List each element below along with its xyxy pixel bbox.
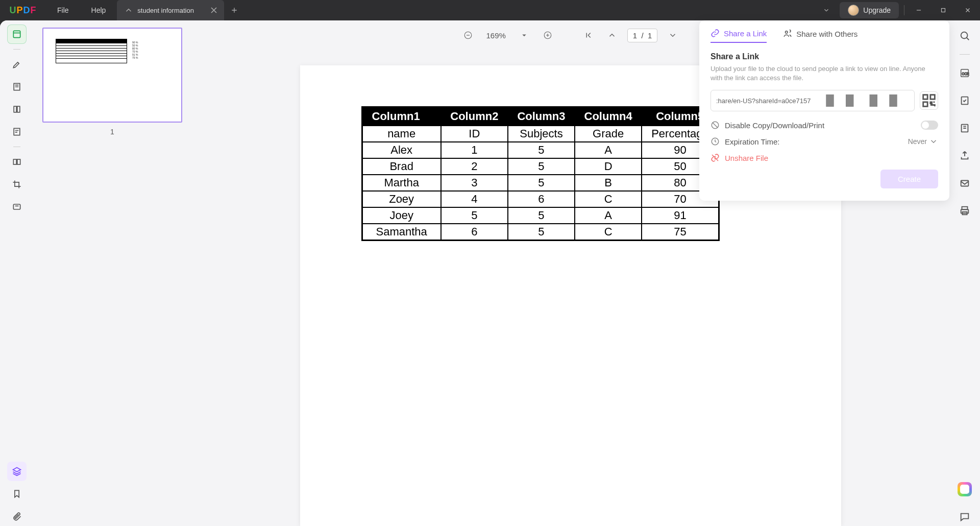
table-cell: Samantha [362, 224, 441, 241]
tool-pages[interactable] [7, 100, 27, 119]
svg-rect-15 [930, 95, 935, 100]
close-tab-icon[interactable] [209, 5, 219, 15]
tabs-dropdown[interactable] [816, 0, 837, 20]
table-cell: C [575, 224, 642, 241]
svg-rect-0 [942, 9, 945, 12]
tool-redact[interactable] [7, 197, 27, 217]
copy-icon[interactable] [814, 94, 909, 107]
svg-point-11 [786, 31, 788, 34]
table-cell: 5 [508, 224, 575, 241]
tool-form[interactable] [7, 122, 27, 141]
first-page-button[interactable] [580, 27, 597, 43]
zoom-in-button[interactable] [540, 27, 556, 43]
col-header: Column2 [441, 107, 508, 126]
disable-icon [710, 121, 720, 130]
zoom-out-button[interactable] [460, 27, 476, 43]
table-row: Joey55A91 [362, 207, 719, 224]
page-current: 1 [633, 31, 637, 40]
thumbnail-number: 1 [42, 128, 182, 136]
disable-copy-label: Disable Copy/Download/Print [725, 121, 916, 130]
compress-button[interactable] [955, 119, 974, 137]
share-url-text: :hare/en-US?shareId=a0ce7157-0909-4166-b… [716, 97, 811, 105]
export-button[interactable] [955, 147, 974, 165]
table-cell: 5 [508, 142, 575, 158]
tool-highlight[interactable] [7, 55, 27, 74]
qr-code-button[interactable] [920, 91, 938, 110]
student-table: Column1 Column2 Column3 Column4 Column5 … [361, 106, 720, 241]
table-cell: Martha [362, 175, 441, 191]
comment-button[interactable] [955, 508, 974, 526]
page-sep: / [641, 31, 643, 40]
document-tab[interactable]: student information [117, 0, 224, 20]
menu-help[interactable]: Help [80, 0, 117, 20]
table-cell: Joey [362, 207, 441, 224]
tool-organize[interactable] [7, 152, 27, 172]
link-icon [710, 29, 720, 38]
table-cell: Zoey [362, 191, 441, 207]
prev-page-button[interactable] [604, 27, 620, 43]
tool-attachment[interactable] [7, 507, 27, 526]
col-header: Column4 [575, 107, 642, 126]
expiration-dropdown[interactable]: Never [908, 137, 938, 146]
upgrade-button[interactable]: Upgrade [840, 2, 899, 18]
search-icon [959, 30, 970, 41]
svg-rect-14 [923, 95, 928, 100]
upgrade-label: Upgrade [863, 6, 891, 14]
ai-assistant-button[interactable] [955, 480, 974, 498]
table-row: Zoey46C70 [362, 191, 719, 207]
col-header: Column1 [362, 107, 441, 126]
new-tab-button[interactable] [224, 0, 244, 20]
expiration-value: Never [908, 137, 927, 146]
window-close[interactable] [955, 0, 980, 20]
table-cell: A [575, 207, 642, 224]
table-cell: 4 [441, 191, 508, 207]
thumbnail-panel: 90 %50 %80 %70 %91 %75 % 1 [33, 20, 191, 526]
thumbnail-page-1[interactable]: 90 %50 %80 %70 %91 %75 % [42, 28, 182, 123]
table-cell: 5 [508, 158, 575, 175]
table-cell: Alex [362, 142, 441, 158]
tab-share-others[interactable]: Share with Others [783, 29, 857, 43]
svg-rect-24 [961, 181, 969, 186]
table-cell: B [575, 175, 642, 191]
tool-layers[interactable] [7, 462, 27, 481]
tool-crop[interactable] [7, 175, 27, 194]
print-button[interactable] [955, 202, 974, 220]
window-maximize[interactable] [931, 0, 955, 20]
table-cell: 91 [642, 207, 719, 224]
convert-button[interactable] [955, 91, 974, 110]
svg-rect-6 [13, 159, 16, 164]
ocr-button[interactable]: OCR [955, 64, 974, 82]
share-heading: Share a Link [710, 52, 938, 61]
zoom-dropdown[interactable] [516, 27, 532, 43]
col-header: Column3 [508, 107, 575, 126]
disable-copy-toggle[interactable] [921, 121, 938, 130]
tool-edit[interactable] [7, 77, 27, 97]
share-panel: Share a Link Share with Others Share a L… [699, 20, 949, 201]
tool-bookmark[interactable] [7, 484, 27, 504]
table-cell: 6 [508, 191, 575, 207]
svg-rect-3 [14, 106, 16, 112]
table-cell: C [575, 191, 642, 207]
people-icon [783, 29, 792, 38]
next-page-button[interactable] [665, 27, 681, 43]
table-row: Alex15A90 [362, 142, 719, 158]
create-button[interactable]: Create [880, 170, 938, 188]
search-button[interactable] [955, 27, 974, 45]
table-cell: A [575, 142, 642, 158]
svg-point-19 [961, 32, 968, 39]
tab-share-link[interactable]: Share a Link [710, 29, 767, 43]
chevron-down-icon [929, 137, 938, 146]
email-button[interactable] [955, 174, 974, 193]
tab-share-others-label: Share with Others [796, 30, 857, 38]
table-cell: 5 [508, 175, 575, 191]
window-minimize[interactable] [906, 0, 931, 20]
table-cell: 5 [441, 207, 508, 224]
tool-thumbnails[interactable] [7, 25, 27, 44]
unshare-button[interactable]: Unshare File [710, 153, 938, 162]
table-cell: 6 [441, 224, 508, 241]
menu-file[interactable]: File [46, 0, 80, 20]
zoom-value: 169% [483, 31, 509, 40]
page-indicator[interactable]: 1 / 1 [627, 29, 658, 42]
share-url-field[interactable]: :hare/en-US?shareId=a0ce7157-0909-4166-b… [710, 90, 915, 111]
svg-rect-1 [13, 31, 20, 37]
